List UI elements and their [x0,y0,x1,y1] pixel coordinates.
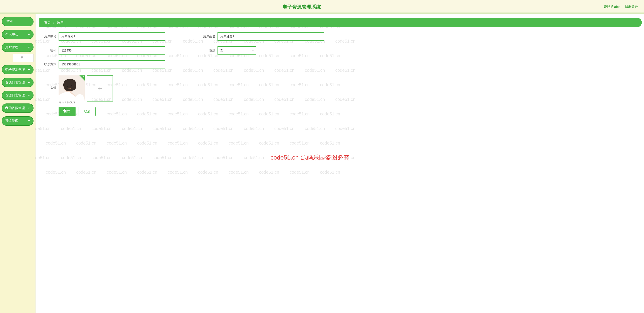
cancel-button[interactable]: 取消 [78,107,96,116]
sidebar-item-user-manage[interactable]: 用户管理 [2,43,34,52]
breadcrumb-sep: / [53,20,54,24]
main-content: 首页 / 用户 用户账号 用户姓名 密码 性别 [36,14,644,313]
chevron-down-icon [28,34,30,35]
check-icon [80,75,85,81]
sidebar-item-label: 用户管理 [5,45,18,49]
current-user-link[interactable]: 管理员 abo [604,5,620,9]
chevron-down-icon [28,69,30,70]
password-input[interactable] [58,46,165,55]
upload-avatar-button[interactable]: + [87,75,113,102]
sidebar-subitem-user[interactable]: 用户 [13,54,34,62]
account-input[interactable] [58,32,165,41]
label-account: 用户账号 [40,34,56,38]
header-right: 管理员 abo 退出登录 [604,5,644,9]
sidebar-item-label: 电子资源管理 [5,68,25,72]
header: 电子资源管理系统 管理员 abo 退出登录 [0,0,644,14]
label-gender: 性别 [198,48,215,52]
chevron-down-icon [28,47,30,48]
sidebar-item-label: 资源日志管理 [5,93,25,97]
chevron-down-icon [28,82,30,83]
sidebar-item-label: 资源列表管理 [5,80,25,85]
sidebar-item-home[interactable]: 首页 [2,17,34,26]
sidebar-item-resource-manage[interactable]: 电子资源管理 [2,65,34,74]
avatar-thumbnail[interactable] [58,75,85,102]
plus-icon: + [98,84,102,93]
phone-input[interactable] [58,60,165,68]
breadcrumb-current: 用户 [57,20,64,24]
label-avatar: 头像 [40,86,56,90]
app-title: 电子资源管理系统 [0,4,604,10]
breadcrumb-home[interactable]: 首页 [44,20,51,24]
sidebar-item-label: 我的收藏管理 [5,106,25,110]
svg-point-3 [71,85,72,87]
sidebar-item-resource-list[interactable]: 资源列表管理 [2,78,34,87]
submit-button[interactable]: 提交 [58,107,76,116]
name-input[interactable] [218,32,324,41]
sidebar-item-label: 个人中心 [5,32,18,36]
gender-select[interactable] [218,46,256,55]
logout-link[interactable]: 退出登录 [625,5,638,9]
sidebar-item-personal[interactable]: 个人中心 [2,30,34,39]
sidebar: 首页 个人中心 用户管理 用户 电子资源管理 资源列表管理 资源日志管理 我的收… [0,14,36,313]
chevron-down-icon [28,95,30,96]
label-name: 用户姓名 [198,34,215,38]
chevron-down-icon [28,120,30,122]
sidebar-item-label: 系统管理 [5,119,18,123]
chevron-down-icon [28,108,30,109]
breadcrumb: 首页 / 用户 [40,18,642,27]
sidebar-item-system[interactable]: 系统管理 [2,116,34,126]
sidebar-item-resource-log[interactable]: 资源日志管理 [2,91,34,100]
sidebar-item-label: 首页 [6,19,13,24]
svg-point-2 [67,86,68,87]
label-phone: 联系方式 [40,62,56,66]
sidebar-item-favorites[interactable]: 我的收藏管理 [2,104,34,113]
label-password: 密码 [40,48,56,52]
